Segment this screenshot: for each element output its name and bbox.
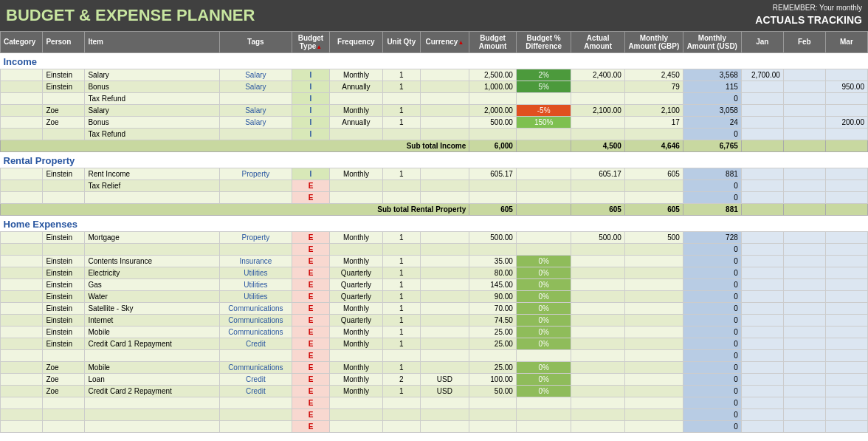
col-currency: Currency▲: [420, 31, 469, 52]
main-table: Category Person Item Tags Budget Type▲ F…: [0, 31, 868, 433]
table-row: E0: [1, 191, 868, 203]
col-jan: Jan: [741, 31, 783, 52]
table-row: EinsteinCredit Card 1 RepaymentCreditEMo…: [1, 338, 868, 349]
section-header: Income: [1, 52, 868, 69]
table-row: EinsteinBonusSalaryIAnnually11,000.005%7…: [1, 81, 868, 92]
col-tags: Tags: [219, 31, 292, 52]
table-row: EinsteinElectricityUtilitiesEQuarterly18…: [1, 267, 868, 278]
table-row: E0: [1, 397, 868, 408]
col-frequency: Frequency: [329, 31, 382, 52]
table-row: EinsteinSalarySalaryIMonthly12,500.002%2…: [1, 69, 868, 81]
table-row: Tax RefundI0: [1, 92, 868, 104]
table-row: EinsteinSatellite - SkyCommunicationsEMo…: [1, 302, 868, 314]
column-headers: Category Person Item Tags Budget Type▲ F…: [1, 31, 868, 52]
col-budget-pct: Budget % Difference: [516, 31, 571, 52]
table-row: ZoeBonusSalaryIAnnually1500.00150%172420…: [1, 116, 868, 128]
table-row: EinsteinContents InsuranceInsuranceEMont…: [1, 255, 868, 267]
subtotal-row: Sub total Rental Property605605605881: [1, 203, 868, 215]
col-monthly-gbp: Monthly Amount (GBP): [624, 31, 683, 52]
col-mar: Mar: [825, 31, 867, 52]
col-item: Item: [85, 31, 219, 52]
sort-indicator: ▲: [316, 44, 322, 50]
col-budget-type: Budget Type▲: [292, 31, 329, 52]
col-person: Person: [43, 31, 85, 52]
header-right: REMEMBER: Your monthly ACTUALS TRACKING: [755, 3, 862, 28]
app-title: BUDGET & EXPENSE PLANNER: [6, 6, 255, 25]
table-row: Tax ReliefE0: [1, 180, 868, 191]
table-row: ZoeLoanCreditEMonthly2USD100.000%0: [1, 373, 868, 385]
col-category: Category: [1, 31, 43, 52]
actuals-label: ACTUALS TRACKING: [755, 13, 862, 28]
section-header: Rental Property: [1, 151, 868, 168]
reminder-text: REMEMBER: Your monthly: [755, 3, 862, 13]
col-actual-amount: Actual Amount: [571, 31, 624, 52]
table-row: EinsteinWaterUtilitiesEQuarterly190.000%…: [1, 290, 868, 302]
section-header: Home Expenses: [1, 215, 868, 231]
table-row: EinsteinRent IncomePropertyIMonthly1605.…: [1, 168, 868, 180]
table-row: E0: [1, 408, 868, 420]
header: BUDGET & EXPENSE PLANNER REMEMBER: Your …: [0, 0, 868, 31]
table-row: ZoeMobileCommunicationsEMonthly125.000%0: [1, 361, 868, 373]
table-row: E0: [1, 243, 868, 255]
table-row: Tax RefundI0: [1, 128, 868, 140]
table-row: EinsteinGasUtilitiesEQuarterly1145.000%0: [1, 278, 868, 290]
table-row: EinsteinMobileCommunicationsEMonthly125.…: [1, 326, 868, 338]
currency-sort-indicator: ▲: [458, 39, 464, 46]
col-unit-qty: Unit Qty: [383, 31, 420, 52]
table-row: EinsteinMortgagePropertyEMonthly1500.005…: [1, 231, 868, 243]
table-row: ZoeCredit Card 2 RepaymentCreditEMonthly…: [1, 385, 868, 397]
table-row: ZoeSalarySalaryIMonthly12,000.00-5%2,100…: [1, 104, 868, 116]
app-container: BUDGET & EXPENSE PLANNER REMEMBER: Your …: [0, 0, 868, 441]
col-feb: Feb: [783, 31, 825, 52]
table-row: E0: [1, 349, 868, 361]
col-budget-amount: Budget Amount: [469, 31, 517, 52]
subtotal-row: Sub total Income6,0004,5004,6466,765: [1, 140, 868, 151]
col-monthly-usd: Monthly Amount (USD): [683, 31, 741, 52]
table-row: E0: [1, 420, 868, 432]
table-row: EinsteinInternetCommunicationsEQuarterly…: [1, 314, 868, 326]
